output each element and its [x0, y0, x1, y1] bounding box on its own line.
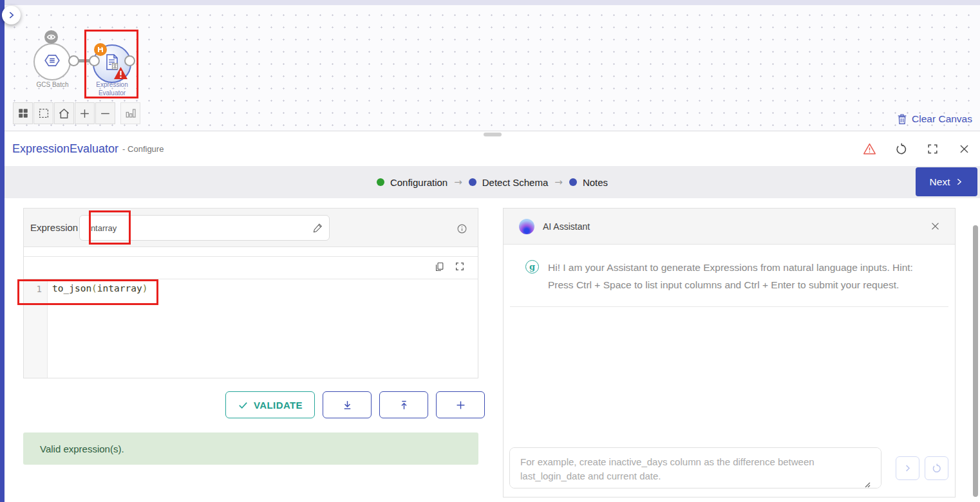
reset-icon — [895, 143, 908, 156]
eye-icon — [46, 32, 56, 42]
next-button-label: Next — [930, 176, 950, 188]
floppy-icon — [97, 46, 104, 53]
editor-spacer — [24, 247, 478, 256]
info-icon — [457, 223, 467, 234]
grid-view-icon — [17, 107, 29, 119]
fullscreen-icon — [927, 143, 939, 155]
validate-button-label: VALIDATE — [254, 400, 303, 411]
minimap-button[interactable] — [120, 102, 140, 124]
reset-button[interactable] — [894, 142, 908, 156]
expression-name-row: Expression — [24, 209, 478, 247]
send-chevron-icon — [903, 463, 912, 473]
add-expression-button[interactable] — [436, 391, 485, 418]
node-gcs-batch[interactable] — [33, 43, 71, 80]
code-editor-toolbar — [24, 256, 478, 279]
textarea-resize-handle[interactable] — [864, 479, 871, 490]
send-prompt-button[interactable] — [896, 456, 919, 480]
panel-title: ExpressionEvaluator — [12, 142, 118, 156]
close-icon — [930, 221, 941, 232]
gcs-output-port[interactable] — [68, 55, 79, 66]
expression-editor-card: Expression — [23, 208, 478, 378]
assistant-prompt-input[interactable] — [509, 447, 881, 488]
assistant-greeting-row: g Hi! I am your Assistant to generate Ex… — [510, 245, 948, 307]
pencil-icon — [312, 222, 324, 234]
expression-actions-row: VALIDATE — [225, 391, 485, 418]
code-line[interactable]: to_json(intarray) — [48, 279, 478, 378]
validation-alert-button[interactable] — [863, 142, 876, 156]
code-token-function: to_json — [52, 283, 91, 293]
fullscreen-button[interactable] — [926, 142, 939, 156]
app-screen: GCS Batch Expression Evaluator — [0, 0, 980, 502]
code-token-close-paren: ) — [142, 283, 148, 293]
node-label-gcs-batch: GCS Batch — [29, 81, 76, 89]
unsaved-save-badge — [94, 43, 107, 56]
upload-icon — [398, 399, 410, 411]
node-label-expression-evaluator: Expression Evaluator — [93, 81, 131, 97]
step-arrow: → — [554, 176, 563, 188]
home-icon — [58, 107, 70, 120]
line-number-gutter: 1 — [24, 279, 48, 378]
panel-resize-handle[interactable] — [484, 133, 502, 136]
zoom-in-button[interactable] — [75, 102, 95, 124]
step-dot-pending — [569, 178, 577, 186]
marquee-select-button[interactable] — [33, 102, 53, 124]
resize-grip-icon — [864, 481, 871, 488]
trash-icon — [897, 113, 907, 125]
evaluator-output-port[interactable] — [124, 55, 135, 66]
evaluator-input-port[interactable] — [89, 55, 100, 66]
ai-assistant-avatar-icon — [519, 219, 534, 234]
copy-code-button[interactable] — [434, 261, 445, 275]
config-stepper-bar: Configuration → Detect Schema → Notes Ne… — [5, 166, 980, 198]
zoom-out-button[interactable] — [95, 102, 115, 124]
download-icon — [341, 399, 353, 411]
sidebar-expand-button[interactable] — [2, 6, 21, 24]
ai-assistant-header: AI Assistant — [504, 209, 955, 245]
pipeline-canvas[interactable]: GCS Batch Expression Evaluator — [5, 5, 980, 131]
chevron-right-icon — [955, 178, 963, 186]
collapsed-sidebar-bar — [0, 0, 5, 502]
warning-triangle-icon — [113, 66, 128, 80]
clear-canvas-button[interactable]: Clear Canvas — [897, 113, 972, 125]
next-button[interactable]: Next — [916, 167, 977, 196]
zoom-in-icon — [79, 107, 91, 120]
check-icon — [238, 400, 249, 411]
home-button[interactable] — [54, 102, 74, 124]
preview-eye-badge[interactable] — [44, 30, 58, 44]
hexagon-source-icon — [44, 52, 61, 71]
grid-view-button[interactable] — [13, 102, 33, 124]
node-error-badge — [113, 66, 128, 80]
marquee-select-icon — [38, 107, 50, 119]
step-label: Detect Schema — [482, 177, 549, 188]
step-label: Notes — [583, 177, 608, 188]
upload-expressions-button[interactable] — [379, 391, 428, 418]
step-label: Configuration — [390, 177, 448, 188]
vertical-scrollbar-thumb[interactable] — [973, 225, 978, 497]
validate-button[interactable]: VALIDATE — [225, 391, 315, 418]
clear-canvas-label: Clear Canvas — [912, 113, 972, 125]
step-dot-pending — [469, 178, 476, 186]
line-number: 1 — [37, 284, 42, 294]
edit-name-button[interactable] — [312, 222, 324, 236]
step-detect-schema[interactable]: Detect Schema — [469, 177, 549, 188]
step-notes[interactable]: Notes — [569, 177, 608, 188]
code-editor[interactable]: 1 to_json(intarray) — [24, 279, 478, 378]
step-configuration[interactable]: Configuration — [377, 177, 448, 188]
close-panel-button[interactable] — [957, 142, 971, 156]
gathr-bot-icon: g — [525, 260, 539, 274]
ai-assistant-panel: AI Assistant g Hi! I am your Assistant t… — [503, 208, 956, 497]
assistant-greeting-text: Hi! I am your Assistant to generate Expr… — [548, 259, 933, 293]
top-strip — [0, 0, 980, 5]
code-token-argument: intarray — [97, 283, 142, 293]
close-icon — [958, 143, 970, 155]
expression-name-input[interactable] — [79, 215, 330, 241]
validation-success-message: Valid expression(s). — [40, 443, 124, 454]
expand-editor-button[interactable] — [455, 261, 465, 274]
download-expressions-button[interactable] — [323, 391, 372, 418]
minimap-icon — [125, 107, 137, 119]
retry-icon — [932, 463, 942, 474]
expression-field-label: Expression — [30, 222, 78, 233]
regenerate-button[interactable] — [925, 456, 948, 480]
expression-info-button[interactable] — [457, 223, 467, 237]
configure-panel-header: ExpressionEvaluator - Configure — [5, 131, 980, 166]
close-assistant-button[interactable] — [930, 221, 941, 234]
